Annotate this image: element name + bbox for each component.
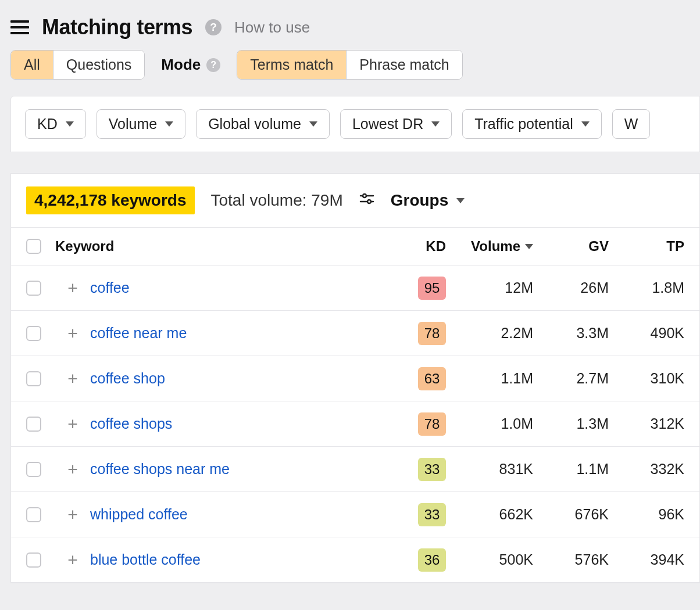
expand-icon[interactable]: + <box>55 369 90 389</box>
keyword-link[interactable]: coffee <box>90 279 130 296</box>
mode-help-icon[interactable]: ? <box>206 58 220 72</box>
expand-icon[interactable]: + <box>55 505 90 525</box>
table-row: +coffee9512M26M1.8M <box>11 265 699 311</box>
chevron-down-icon <box>581 121 590 127</box>
cell-volume: 12M <box>446 279 533 296</box>
tab-phrase-match[interactable]: Phrase match <box>346 51 462 79</box>
filter-kd[interactable]: KD <box>25 109 86 139</box>
kd-badge: 78 <box>418 412 446 436</box>
cell-tp: 310K <box>609 370 684 387</box>
keyword-link[interactable]: coffee shop <box>90 370 165 386</box>
filter-partial[interactable]: W <box>612 109 651 139</box>
cell-gv: 576K <box>533 551 609 568</box>
cell-tp: 312K <box>609 415 684 432</box>
expand-icon[interactable]: + <box>55 550 90 570</box>
col-keyword[interactable]: Keyword <box>55 238 394 254</box>
cell-tp: 490K <box>609 325 684 342</box>
groups-dropdown[interactable]: Groups <box>391 191 465 210</box>
table-row: +blue bottle coffee36500K576K394K <box>11 537 699 583</box>
row-checkbox[interactable] <box>26 371 41 386</box>
table-row: +coffee shop631.1M2.7M310K <box>11 356 699 401</box>
col-volume[interactable]: Volume <box>446 238 533 254</box>
cell-tp: 332K <box>609 461 684 478</box>
cell-gv: 2.7M <box>533 370 609 387</box>
cell-gv: 1.3M <box>533 415 609 432</box>
expand-icon[interactable]: + <box>55 278 90 298</box>
summary-row: 4,242,178 keywords Total volume: 79M Gro… <box>11 174 699 227</box>
keyword-count-badge: 4,242,178 keywords <box>26 186 195 214</box>
filter-row: KD Volume Global volume Lowest DR Traffi… <box>11 96 699 152</box>
table-header: Keyword KD Volume GV TP <box>11 227 699 265</box>
filters-panel: KD Volume Global volume Lowest DR Traffi… <box>10 96 700 152</box>
row-checkbox[interactable] <box>26 417 41 432</box>
total-volume: Total volume: 79M <box>211 191 343 210</box>
cell-volume: 1.0M <box>446 415 533 432</box>
table-row: +whipped coffee33662K676K96K <box>11 492 699 537</box>
sort-desc-icon <box>525 244 533 249</box>
cell-gv: 676K <box>533 506 609 523</box>
kd-badge: 78 <box>418 322 446 345</box>
kd-badge: 95 <box>418 277 446 300</box>
filter-traffic-potential[interactable]: Traffic potential <box>462 109 602 139</box>
chevron-down-icon <box>309 121 317 127</box>
header: Matching terms ? How to use <box>0 0 700 50</box>
kd-badge: 36 <box>418 548 446 572</box>
cell-volume: 500K <box>446 551 533 568</box>
col-tp[interactable]: TP <box>609 238 684 254</box>
keyword-link[interactable]: blue bottle coffee <box>90 551 201 568</box>
select-all-checkbox[interactable] <box>26 239 41 254</box>
table-row: +coffee shops near me33831K1.1M332K <box>11 447 699 492</box>
help-icon[interactable]: ? <box>205 19 222 35</box>
hamburger-icon[interactable] <box>10 20 29 34</box>
chevron-down-icon <box>431 121 440 127</box>
tab-questions[interactable]: Questions <box>53 51 145 79</box>
chevron-down-icon <box>456 198 465 203</box>
keyword-link[interactable]: coffee near me <box>90 325 187 341</box>
col-kd[interactable]: KD <box>394 238 446 254</box>
chevron-down-icon <box>66 121 74 127</box>
keyword-link[interactable]: coffee shops near me <box>90 461 230 477</box>
page-title: Matching terms <box>42 15 192 40</box>
tab-terms-match[interactable]: Terms match <box>237 51 346 79</box>
filter-lowest-dr[interactable]: Lowest DR <box>340 109 452 139</box>
cell-tp: 96K <box>609 506 684 523</box>
controls-row: All Questions Mode ? Terms match Phrase … <box>0 50 700 96</box>
row-checkbox[interactable] <box>26 281 41 296</box>
row-checkbox[interactable] <box>26 462 41 477</box>
type-segment: All Questions <box>10 50 145 80</box>
expand-icon[interactable]: + <box>55 460 90 479</box>
cell-gv: 26M <box>533 279 609 296</box>
chevron-down-icon <box>165 121 173 127</box>
settings-icon[interactable] <box>359 192 374 209</box>
cell-volume: 1.1M <box>446 370 533 387</box>
filter-global-volume[interactable]: Global volume <box>196 109 330 139</box>
cell-tp: 1.8M <box>609 279 684 296</box>
cell-volume: 2.2M <box>446 325 533 342</box>
filter-volume[interactable]: Volume <box>97 109 185 139</box>
mode-segment: Terms match Phrase match <box>237 50 462 80</box>
expand-icon[interactable]: + <box>55 324 90 343</box>
cell-volume: 662K <box>446 506 533 523</box>
row-checkbox[interactable] <box>26 552 41 568</box>
table-row: +coffee near me782.2M3.3M490K <box>11 311 699 356</box>
row-checkbox[interactable] <box>26 326 41 341</box>
cell-gv: 1.1M <box>533 461 609 478</box>
cell-volume: 831K <box>446 461 533 478</box>
kd-badge: 33 <box>418 458 446 481</box>
how-to-use-link[interactable]: How to use <box>234 19 310 37</box>
col-gv[interactable]: GV <box>533 238 609 254</box>
keyword-link[interactable]: whipped coffee <box>90 506 188 522</box>
row-checkbox[interactable] <box>26 507 41 522</box>
table-row: +coffee shops781.0M1.3M312K <box>11 401 699 447</box>
results-panel: 4,242,178 keywords Total volume: 79M Gro… <box>10 173 700 583</box>
cell-tp: 394K <box>609 551 684 568</box>
keyword-link[interactable]: coffee shops <box>90 415 172 432</box>
kd-badge: 33 <box>418 503 446 526</box>
cell-gv: 3.3M <box>533 325 609 342</box>
mode-label: Mode ? <box>161 56 220 74</box>
kd-badge: 63 <box>418 367 446 390</box>
expand-icon[interactable]: + <box>55 414 90 434</box>
svg-point-3 <box>367 200 371 203</box>
svg-point-2 <box>363 194 366 198</box>
tab-all[interactable]: All <box>11 51 53 79</box>
